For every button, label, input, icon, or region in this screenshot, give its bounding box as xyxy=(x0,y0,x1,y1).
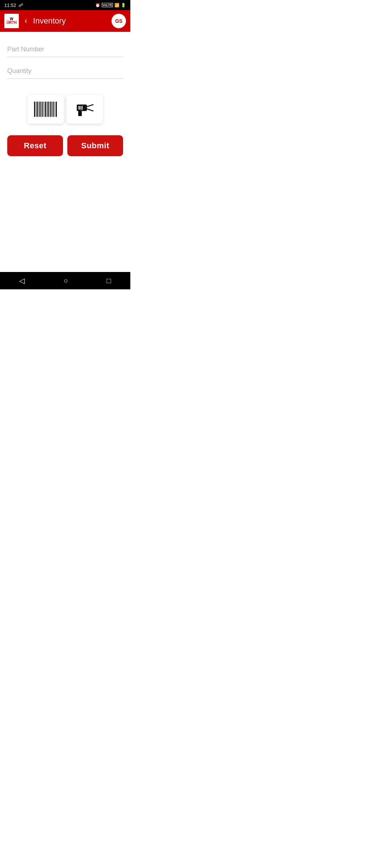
page-title: Inventory xyxy=(33,16,107,26)
main-content: Reset Submit xyxy=(0,32,130,272)
svg-line-23 xyxy=(87,105,93,107)
nav-recent-button[interactable]: □ xyxy=(104,274,114,288)
quantity-group xyxy=(7,64,123,79)
svg-rect-5 xyxy=(41,102,42,117)
nav-back-button[interactable]: ◁ xyxy=(16,273,28,288)
status-left: 11:52 ☍ xyxy=(4,3,23,8)
svg-rect-6 xyxy=(42,102,43,117)
logo-text: W ÜRTH xyxy=(7,17,17,25)
svg-rect-9 xyxy=(47,102,47,117)
status-right: ⏰ VoLTE 📶 🔋 xyxy=(95,3,126,8)
submit-button[interactable]: Submit xyxy=(67,135,123,156)
svg-rect-0 xyxy=(34,102,35,117)
scanner-gun-icon xyxy=(74,99,96,119)
svg-rect-16 xyxy=(56,102,57,117)
barcode-icon xyxy=(33,100,58,118)
alarm-icon: ⏰ xyxy=(95,3,100,8)
battery-icon: 🔋 xyxy=(121,3,126,8)
volte-icon: VoLTE xyxy=(102,3,113,7)
svg-rect-15 xyxy=(55,102,55,117)
nav-home-button[interactable]: ○ xyxy=(60,274,71,288)
svg-rect-13 xyxy=(52,102,53,117)
back-button[interactable]: ‹ xyxy=(23,15,29,27)
part-number-input[interactable] xyxy=(7,43,123,57)
svg-rect-8 xyxy=(45,102,46,117)
svg-rect-1 xyxy=(36,102,37,117)
logo: W ÜRTH xyxy=(4,14,19,28)
svg-rect-11 xyxy=(49,102,50,117)
actions-row: Reset Submit xyxy=(7,135,123,156)
svg-rect-22 xyxy=(82,106,83,110)
svg-rect-20 xyxy=(79,106,80,110)
svg-rect-2 xyxy=(37,102,38,117)
app-bar: W ÜRTH ‹ Inventory GS xyxy=(0,10,130,32)
nav-bar: ◁ ○ □ xyxy=(0,272,130,289)
status-time: 11:52 xyxy=(4,3,16,8)
svg-rect-18 xyxy=(78,110,82,116)
svg-rect-7 xyxy=(44,102,44,117)
svg-rect-21 xyxy=(81,106,81,110)
scanner-gun-button[interactable] xyxy=(67,95,103,124)
message-icon: ☍ xyxy=(18,3,23,8)
svg-rect-4 xyxy=(39,102,41,117)
svg-rect-10 xyxy=(48,102,49,117)
svg-rect-14 xyxy=(53,102,54,117)
svg-line-24 xyxy=(87,109,93,111)
svg-rect-19 xyxy=(78,106,79,110)
signal-icon: 📶 xyxy=(114,3,119,8)
scanner-row xyxy=(7,95,123,124)
svg-rect-3 xyxy=(38,102,39,117)
reset-button[interactable]: Reset xyxy=(7,135,63,156)
quantity-input[interactable] xyxy=(7,64,123,79)
part-number-group xyxy=(7,43,123,57)
status-bar: 11:52 ☍ ⏰ VoLTE 📶 🔋 xyxy=(0,0,130,10)
barcode-button[interactable] xyxy=(28,95,64,124)
svg-rect-25 xyxy=(80,110,83,111)
avatar[interactable]: GS xyxy=(112,14,126,28)
svg-rect-12 xyxy=(50,102,51,117)
